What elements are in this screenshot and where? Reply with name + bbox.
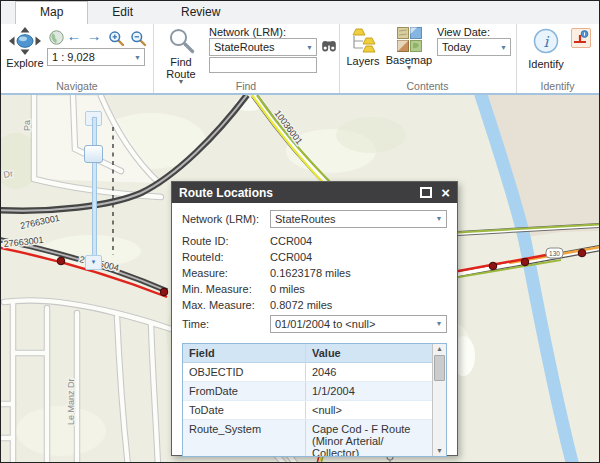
dialog-body: Network (LRM): StateRoutes ▼ Route ID:CC… <box>172 203 457 457</box>
min-measure-value: 0 miles <box>270 282 305 296</box>
table-row[interactable]: OBJECTID 2046 <box>183 363 432 382</box>
identify-group-label: Identify <box>516 80 599 92</box>
group-navigate: Explore ← → <box>1 24 154 93</box>
next-extent-icon[interactable]: → <box>85 28 103 45</box>
scrollbar-thumb[interactable] <box>434 355 445 381</box>
table-scrollbar[interactable]: ▲ ▼ <box>432 344 446 456</box>
value-cell: 1/1/2004 <box>306 382 432 400</box>
zoom-slider-thumb[interactable] <box>84 145 103 163</box>
route-id-label: Route ID: <box>182 234 270 248</box>
explore-icon <box>8 45 42 57</box>
max-measure-label: Max. Measure: <box>182 298 270 312</box>
value-cell: <null> <box>306 401 432 419</box>
full-extent-globe-icon[interactable] <box>47 30 65 47</box>
chevron-down-icon[interactable]: ▼ <box>303 44 316 51</box>
chevron-down-icon[interactable]: ▼ <box>432 212 446 226</box>
layers-icon <box>349 43 377 55</box>
identify-label: Identify <box>524 59 568 69</box>
max-measure-value: 0.8072 miles <box>270 298 332 312</box>
min-measure-label: Min. Measure: <box>182 282 270 296</box>
view-date-label: View Date: <box>437 26 490 38</box>
previous-extent-icon[interactable]: ← <box>65 28 83 45</box>
scroll-up-icon[interactable]: ▲ <box>436 344 443 354</box>
table-header-field: Field <box>183 344 306 362</box>
explore-button[interactable]: Explore <box>3 27 47 68</box>
layers-button[interactable]: Layers <box>344 27 382 66</box>
network-lrm-label: Network (LRM): <box>209 26 286 38</box>
app-window: Map Edit Review Explore <box>0 0 600 463</box>
route-shield: 130 <box>546 248 563 258</box>
route-shield-label: 130 <box>549 250 560 257</box>
field-cell: ToDate <box>183 401 306 419</box>
tab-edit[interactable]: Edit <box>88 1 157 24</box>
find-route-magnifier-icon <box>168 44 195 56</box>
route-locations-dialog: Route Locations × Network (LRM): StateRo… <box>171 181 458 456</box>
measure-label: Measure: <box>182 266 270 280</box>
street-label-le-manz-dr: Le Manz Dr <box>66 378 76 425</box>
scroll-down-icon[interactable]: ▼ <box>436 446 443 456</box>
identify-icon: i <box>531 46 561 58</box>
table-row[interactable]: ToDate <null> <box>183 401 432 420</box>
value-cell: 2046 <box>306 363 432 381</box>
dialog-title: Route Locations <box>179 186 273 200</box>
table-row[interactable]: FromDate 1/1/2004 <box>183 382 432 401</box>
time-label: Time: <box>182 317 270 331</box>
binoculars-icon[interactable] <box>321 39 337 57</box>
tab-review[interactable]: Review <box>157 1 244 24</box>
find-route-button[interactable]: Find Route ▼ <box>157 27 205 85</box>
tab-map[interactable]: Map <box>15 1 88 24</box>
close-icon[interactable]: × <box>441 185 450 200</box>
routeid-value: CCR004 <box>270 250 312 264</box>
dialog-network-label: Network (LRM): <box>182 212 270 226</box>
network-lrm-value: StateRoutes <box>210 40 303 54</box>
chevron-down-icon[interactable]: ▼ <box>432 317 446 331</box>
identify-button[interactable]: i Identify <box>524 26 568 69</box>
table-header-row: Field Value <box>183 344 432 363</box>
street-label-pa: Pa <box>22 120 32 131</box>
zoom-slider-track[interactable] <box>92 117 97 265</box>
chevron-down-icon[interactable]: ▼ <box>131 54 144 61</box>
layers-label: Layers <box>344 56 382 66</box>
time-combobox[interactable]: 01/01/2004 to <null> ▼ <box>270 315 447 333</box>
route-search-input[interactable] <box>209 57 317 73</box>
group-contents: Layers Basemap ▼ <box>339 24 517 93</box>
fixed-zoom-out-icon[interactable] <box>129 30 147 47</box>
street-label-dr: Dr <box>3 168 14 179</box>
field-cell: OBJECTID <box>183 363 306 381</box>
group-identify: i Identify Identify <box>516 24 599 93</box>
view-date-value: Today <box>438 40 497 54</box>
fixed-zoom-in-icon[interactable] <box>107 30 125 47</box>
dialog-network-value: StateRoutes <box>271 212 432 226</box>
ribbon-tabbar: Map Edit Review <box>1 1 599 24</box>
view-date-combobox[interactable]: Today ▼ <box>437 38 511 56</box>
route-id-value: CCR004 <box>270 234 312 248</box>
zoom-slider-down-button[interactable]: ▼ <box>85 255 102 270</box>
network-lrm-combobox[interactable]: StateRoutes ▼ <box>209 38 317 56</box>
table-row[interactable]: Route_System Cape Cod - F Route (Minor A… <box>183 420 432 457</box>
find-group-label: Find <box>153 80 339 92</box>
ribbon: Explore ← → <box>1 24 599 95</box>
map-scale-combobox[interactable]: 1 : 9,028 ▼ <box>47 48 145 66</box>
time-value: 01/01/2004 to <null> <box>271 317 432 331</box>
map-scale-value: 1 : 9,028 <box>48 50 131 64</box>
maximize-icon[interactable] <box>420 187 432 198</box>
chevron-down-icon[interactable]: ▼ <box>497 44 510 51</box>
group-find: Find Route ▼ Network (LRM): StateRoutes … <box>153 24 340 93</box>
field-cell: FromDate <box>183 382 306 400</box>
navigate-group-label: Navigate <box>1 80 153 92</box>
measure-value: 0.1623178 miles <box>270 266 351 280</box>
contents-group-label: Contents <box>339 80 516 92</box>
find-route-label-line1: Find <box>157 57 205 67</box>
table-header-value: Value <box>306 344 432 362</box>
dialog-network-combobox[interactable]: StateRoutes ▼ <box>270 210 447 228</box>
value-cell: Cape Cod - F Route (Minor Arterial/ Coll… <box>306 420 432 457</box>
routeid-label: RouteId: <box>182 250 270 264</box>
field-cell: Route_System <box>183 420 306 457</box>
basemap-button[interactable]: Basemap ▼ <box>385 27 433 71</box>
attributes-table: Field Value OBJECTID 2046 FromDate 1/1/2… <box>182 343 447 457</box>
dialog-titlebar[interactable]: Route Locations × <box>172 182 457 203</box>
basemap-icon <box>397 42 422 54</box>
explore-label: Explore <box>3 58 47 68</box>
identify-route-location-tool-icon[interactable] <box>571 28 591 48</box>
